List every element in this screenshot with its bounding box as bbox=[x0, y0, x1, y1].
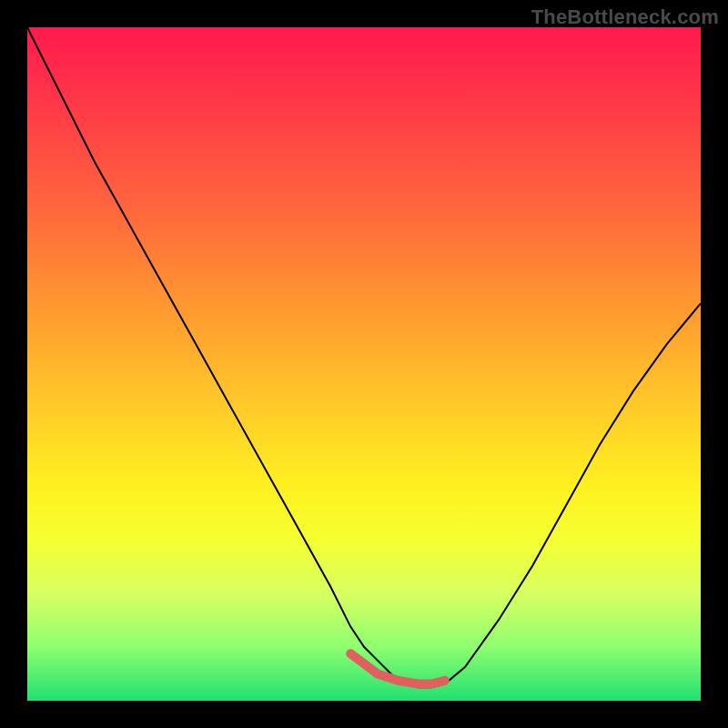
plot-area bbox=[27, 27, 701, 701]
watermark-text: TheBottleneck.com bbox=[531, 5, 719, 29]
curve-series bbox=[27, 27, 701, 687]
plot-svg bbox=[27, 27, 701, 701]
chart-frame: TheBottleneck.com bbox=[0, 0, 728, 728]
highlight-series bbox=[350, 653, 445, 683]
